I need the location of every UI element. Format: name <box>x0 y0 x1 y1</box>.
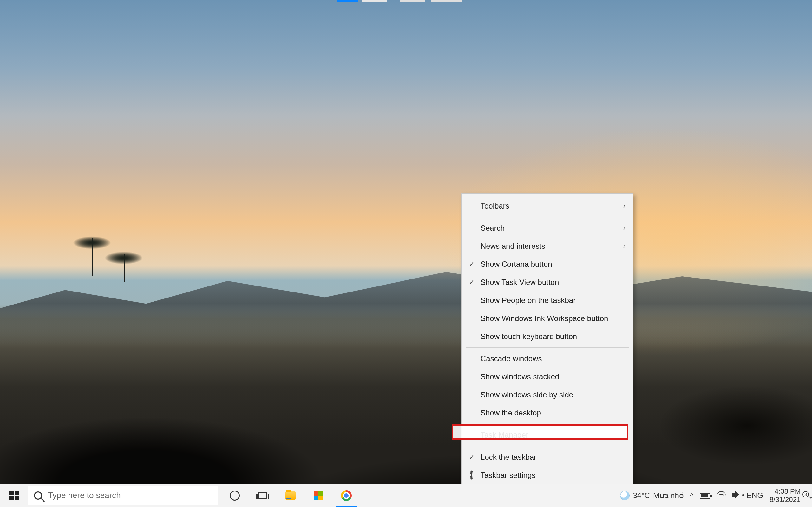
input-language[interactable]: ENG <box>747 491 763 500</box>
gear-icon <box>467 471 476 480</box>
start-button[interactable] <box>0 484 28 507</box>
microsoft-store-button[interactable] <box>305 484 333 507</box>
menu-separator <box>466 424 629 424</box>
check-icon: ✓ <box>467 453 476 461</box>
menu-label: Taskbar settings <box>480 471 536 480</box>
menu-separator <box>466 446 629 446</box>
menu-label: Cascade windows <box>480 354 542 363</box>
menu-show-touch-keyboard[interactable]: Show touch keyboard button <box>461 327 633 345</box>
menu-news-and-interests[interactable]: News and interests › <box>461 237 633 255</box>
check-icon: ✓ <box>467 260 476 268</box>
taskbar[interactable]: Type here to search 34°C Mưa nhỏ <box>0 484 812 507</box>
menu-label: Task Manager <box>480 431 528 440</box>
clock-time: 4:38 PM <box>769 487 801 495</box>
menu-taskbar-settings[interactable]: Taskbar settings <box>461 466 633 484</box>
menu-label: Show Cortana button <box>480 260 552 269</box>
menu-label: Show the desktop <box>480 408 541 417</box>
weather-description: Mưa nhỏ <box>653 491 684 500</box>
menu-lock-taskbar[interactable]: ✓ Lock the taskbar <box>461 448 633 466</box>
menu-show-ink[interactable]: Show Windows Ink Workspace button <box>461 309 633 327</box>
menu-label: Show windows side by side <box>480 390 573 399</box>
menu-label: News and interests <box>480 242 545 250</box>
menu-show-side-by-side[interactable]: Show windows side by side <box>461 386 633 404</box>
menu-label: Search <box>480 224 505 233</box>
system-tray: 34°C Mưa nhỏ ^ × ENG 4:38 PM 8/31/2021 3 <box>612 484 812 507</box>
wallpaper-palm <box>124 253 125 282</box>
menu-cascade-windows[interactable]: Cascade windows <box>461 349 633 368</box>
task-view-button[interactable] <box>249 484 276 507</box>
menu-label: Show touch keyboard button <box>480 332 577 341</box>
cortana-button[interactable] <box>221 484 249 507</box>
menu-show-cortana[interactable]: ✓ Show Cortana button <box>461 255 633 273</box>
microsoft-store-icon <box>314 491 323 500</box>
wifi-icon[interactable] <box>717 491 726 500</box>
weather-icon <box>620 491 629 500</box>
menu-label: Show Windows Ink Workspace button <box>480 314 608 323</box>
taskbar-clock[interactable]: 4:38 PM 8/31/2021 <box>769 487 801 504</box>
file-explorer-icon <box>286 492 296 500</box>
search-placeholder: Type here to search <box>48 491 121 500</box>
menu-separator <box>466 347 629 348</box>
menu-task-manager[interactable]: Task Manager <box>461 426 633 444</box>
chevron-right-icon: › <box>623 242 625 250</box>
file-explorer-button[interactable] <box>276 484 305 507</box>
desktop-screen: Toolbars › Search › News and interests ›… <box>0 0 812 507</box>
menu-show-desktop[interactable]: Show the desktop <box>461 404 633 422</box>
chrome-button[interactable] <box>333 484 360 507</box>
windows-logo-icon <box>9 491 19 500</box>
menu-show-stacked[interactable]: Show windows stacked <box>461 368 633 386</box>
top-app-indicator <box>362 0 387 2</box>
menu-search[interactable]: Search › <box>461 219 633 237</box>
clock-date: 8/31/2021 <box>769 496 801 504</box>
menu-show-people[interactable]: Show People on the taskbar <box>461 291 633 309</box>
check-icon: ✓ <box>467 278 476 286</box>
top-app-indicator <box>400 0 425 2</box>
task-view-icon <box>258 492 267 499</box>
top-app-indicator <box>338 0 358 2</box>
menu-separator <box>466 217 629 217</box>
taskbar-context-menu: Toolbars › Search › News and interests ›… <box>461 193 633 488</box>
chevron-right-icon: › <box>623 202 625 210</box>
volume-icon[interactable]: × <box>732 491 740 501</box>
taskbar-pinned-apps <box>221 484 360 507</box>
search-icon <box>34 492 42 500</box>
menu-label: Lock the taskbar <box>480 453 537 462</box>
cortana-icon <box>230 491 240 501</box>
menu-show-taskview[interactable]: ✓ Show Task View button <box>461 273 633 291</box>
notification-count: 3 <box>803 491 809 498</box>
top-app-indicator <box>432 0 462 2</box>
menu-label: Show windows stacked <box>480 372 559 381</box>
chevron-right-icon: › <box>623 224 625 232</box>
taskbar-search-box[interactable]: Type here to search <box>28 486 218 505</box>
battery-icon[interactable] <box>700 491 711 500</box>
wallpaper-palm <box>92 238 93 276</box>
tray-overflow-button[interactable]: ^ <box>690 492 693 500</box>
menu-label: Show People on the taskbar <box>480 296 576 305</box>
weather-temperature: 34°C <box>633 491 650 500</box>
chrome-icon <box>341 490 352 501</box>
menu-label: Toolbars <box>480 202 509 210</box>
menu-toolbars[interactable]: Toolbars › <box>461 197 633 215</box>
weather-widget[interactable]: 34°C Mưa nhỏ <box>620 491 683 500</box>
menu-label: Show Task View button <box>480 278 559 287</box>
